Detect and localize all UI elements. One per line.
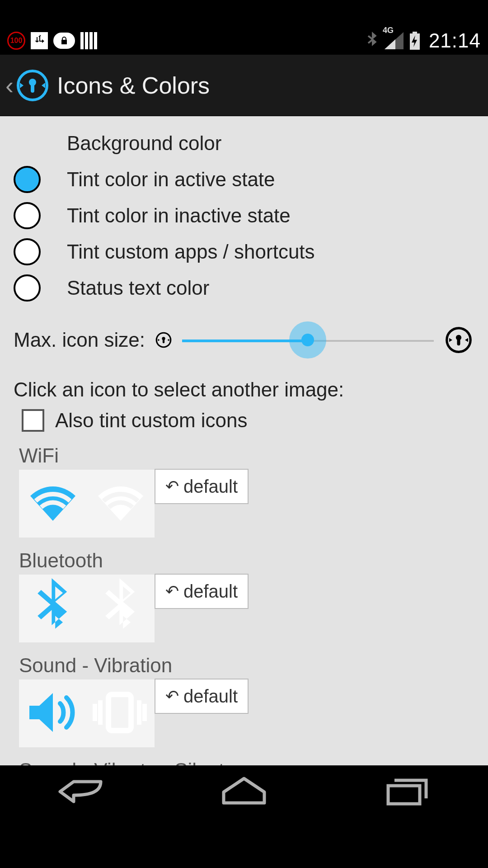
color-option-active-tint[interactable]: Tint color in active state (0, 161, 488, 198)
default-button-label: default (183, 476, 238, 497)
bluetooth-inactive-icon[interactable] (103, 578, 139, 639)
color-swatch-icon[interactable] (14, 202, 41, 229)
icon-group-title: Sound - Vibrate - Silent (19, 759, 474, 765)
icon-group-wifi: WiFi (0, 436, 488, 541)
undo-icon: ↶ (165, 582, 179, 601)
icon-group-sound-vibrate-silent: Sound - Vibrate - Silent (0, 751, 488, 765)
wrench-large-icon (443, 324, 474, 356)
action-bar: ‹ Icons & Colors (0, 55, 488, 116)
android-nav-bar (0, 765, 488, 820)
default-button[interactable]: ↶ default (155, 574, 249, 609)
battery-circle-icon: 100 (7, 32, 25, 50)
color-option-label: Tint custom apps / shortcuts (67, 241, 315, 263)
undo-icon: ↶ (165, 687, 179, 706)
nav-home-icon[interactable] (219, 776, 269, 809)
also-tint-label: Also tint custom icons (55, 409, 248, 432)
wifi-active-icon[interactable] (26, 480, 80, 527)
icon-size-row: Max. icon size: (0, 315, 488, 369)
nav-recents-icon[interactable] (382, 776, 432, 809)
icon-pair (19, 679, 155, 747)
lock-notification-icon (53, 33, 75, 49)
color-option-list: Background color Tint color in active st… (0, 125, 488, 306)
wrench-small-icon (154, 330, 173, 349)
default-button[interactable]: ↶ default (155, 679, 249, 714)
default-button-label: default (183, 686, 238, 707)
svg-rect-2 (31, 84, 34, 93)
color-option-custom-tint[interactable]: Tint custom apps / shortcuts (0, 234, 488, 270)
also-tint-checkbox-row[interactable]: Also tint custom icons (0, 406, 488, 436)
equalizer-icon (80, 32, 97, 49)
svg-rect-5 (163, 339, 164, 343)
color-option-background[interactable]: Background color (0, 125, 488, 161)
vibrate-icon[interactable] (90, 688, 149, 739)
color-option-label: Tint color in inactive state (67, 204, 291, 227)
select-image-heading: Click an icon to select another image: (0, 369, 488, 406)
color-option-label: Tint color in active state (67, 168, 275, 191)
svg-rect-9 (108, 694, 131, 731)
back-caret-icon[interactable]: ‹ (5, 71, 14, 99)
icon-group-bluetooth: Bluetooth ↶ default (0, 541, 488, 646)
icon-size-label: Max. icon size: (14, 329, 145, 351)
status-clock: 21:14 (429, 29, 481, 52)
icon-pair (19, 575, 155, 642)
status-bar: 100 4G 21:14 (0, 26, 488, 55)
app-logo-icon[interactable] (14, 67, 51, 104)
sound-on-icon[interactable] (25, 688, 79, 739)
battery-charging-icon (409, 32, 421, 50)
default-button[interactable]: ↶ default (155, 469, 249, 504)
page-title: Icons & Colors (57, 72, 210, 99)
default-button-label: default (183, 581, 238, 602)
cell-signal-icon: 4G (385, 32, 404, 49)
color-option-status-text[interactable]: Status text color (0, 270, 488, 306)
usb-icon (31, 32, 48, 49)
color-option-label: Status text color (67, 277, 209, 299)
color-swatch-icon[interactable] (14, 238, 41, 265)
icon-group-sound-vibration: Sound - Vibration ↶ (0, 646, 488, 751)
content-scroll[interactable]: Background color Tint color in active st… (0, 116, 488, 765)
svg-rect-8 (457, 339, 460, 346)
color-option-label: Background color (67, 132, 221, 155)
icon-size-slider[interactable] (182, 326, 434, 354)
wifi-inactive-icon[interactable] (94, 480, 148, 527)
bluetooth-status-icon (365, 32, 379, 50)
checkbox-icon[interactable] (22, 409, 44, 432)
color-option-inactive-tint[interactable]: Tint color in inactive state (0, 198, 488, 234)
icon-group-title: Sound - Vibration (19, 654, 474, 677)
icon-group-title: WiFi (19, 444, 474, 467)
icon-group-title: Bluetooth (19, 549, 474, 572)
icon-pair (19, 470, 155, 538)
bluetooth-active-icon[interactable] (35, 578, 71, 639)
undo-icon: ↶ (165, 477, 179, 496)
device-letterbox-top (0, 0, 488, 26)
color-swatch-icon[interactable] (14, 166, 41, 193)
color-swatch-icon[interactable] (14, 274, 41, 302)
device-letterbox-bottom (0, 820, 488, 868)
nav-back-icon[interactable] (56, 778, 106, 807)
